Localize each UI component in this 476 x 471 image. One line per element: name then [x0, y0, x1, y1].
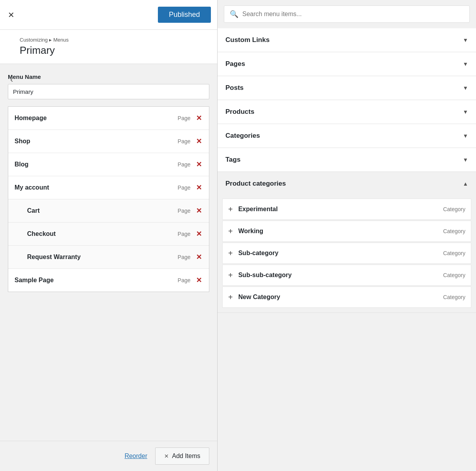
bottom-actions: Reorder ✕ Add Items — [0, 441, 217, 471]
category-item[interactable]: + New Category Category — [222, 287, 471, 308]
menu-item-name: Request Warranty — [27, 254, 178, 261]
accordion-label: Posts — [225, 84, 243, 92]
accordion-products: Products ▼ — [218, 100, 476, 124]
close-button[interactable]: ✕ — [6, 9, 16, 21]
menu-item[interactable]: Cart Page ✕ — [8, 199, 209, 223]
chevron-down-icon: ▼ — [463, 85, 468, 91]
category-item-name: New Category — [238, 294, 443, 301]
accordion-pages: Pages ▼ — [218, 52, 476, 76]
search-icon: 🔍 — [230, 10, 238, 18]
plus-icon: + — [228, 293, 233, 301]
menu-item[interactable]: Checkout Page ✕ — [8, 223, 209, 246]
category-item[interactable]: + Sub-sub-category Category — [222, 265, 471, 286]
menu-item-type: Page — [178, 138, 190, 144]
menu-item-type: Page — [178, 208, 190, 214]
x-icon: ✕ — [164, 453, 169, 459]
plus-icon: + — [228, 249, 233, 257]
chevron-down-icon: ▼ — [463, 157, 468, 163]
category-item-type: Category — [443, 250, 465, 256]
category-item-type: Category — [443, 228, 465, 234]
menu-item[interactable]: My account Page ✕ — [8, 176, 209, 199]
menu-item[interactable]: Sample Page Page ✕ — [8, 269, 209, 292]
accordion-header-tags[interactable]: Tags ▼ — [218, 148, 476, 172]
remove-menu-item-button[interactable]: ✕ — [195, 137, 203, 146]
accordion-label: Tags — [225, 156, 240, 164]
category-item-name: Working — [238, 228, 443, 235]
chevron-down-icon: ▼ — [463, 133, 468, 139]
accordion-categories: Categories ▼ — [218, 124, 476, 148]
accordion-tags: Tags ▼ — [218, 148, 476, 172]
plus-icon: + — [228, 205, 233, 213]
accordion-label: Products — [225, 108, 254, 116]
accordion-label: Product categories — [225, 180, 286, 188]
breadcrumb-section: Customizing ▸ Menus Primary ‹ — [0, 30, 217, 64]
remove-menu-item-button[interactable]: ✕ — [195, 206, 203, 215]
search-input[interactable] — [242, 11, 464, 18]
menu-item-name: Sample Page — [15, 277, 178, 284]
plus-icon: + — [228, 227, 233, 235]
menu-item-name: Checkout — [27, 230, 178, 237]
top-bar: ✕ Published — [0, 0, 217, 30]
add-items-button[interactable]: ✕ Add Items — [155, 447, 209, 465]
menu-item-name: Blog — [15, 161, 178, 168]
accordion-label: Custom Links — [225, 36, 269, 44]
remove-menu-item-button[interactable]: ✕ — [195, 183, 203, 192]
remove-menu-item-button[interactable]: ✕ — [195, 160, 203, 169]
menu-name-label: Menu Name — [8, 73, 209, 80]
back-button[interactable]: ‹ — [7, 73, 16, 86]
remove-menu-item-button[interactable]: ✕ — [195, 253, 203, 261]
menu-item-name: Shop — [15, 138, 178, 145]
menu-item-type: Page — [178, 161, 190, 168]
accordion-label: Categories — [225, 132, 260, 140]
remove-menu-item-button[interactable]: ✕ — [195, 230, 203, 238]
plus-icon: + — [228, 271, 233, 279]
accordion-header-product-categories[interactable]: Product categories ▲ — [218, 172, 476, 195]
menu-item-type: Page — [178, 277, 190, 283]
category-item-name: Sub-category — [238, 250, 443, 257]
reorder-button[interactable]: Reorder — [124, 453, 147, 460]
menu-item[interactable]: Shop Page ✕ — [8, 130, 209, 153]
accordion-posts: Posts ▼ — [218, 76, 476, 100]
search-input-wrapper: 🔍 — [224, 5, 470, 23]
left-panel: ✕ Published Customizing ▸ Menus Primary … — [0, 0, 217, 471]
category-item-type: Category — [443, 294, 465, 300]
published-button[interactable]: Published — [158, 7, 211, 23]
menu-name-input[interactable] — [8, 84, 209, 99]
right-panel: 🔍 Custom Links ▼ Pages ▼ Posts ▼ Product… — [217, 0, 476, 471]
breadcrumb-area: Customizing ▸ Menus Primary — [0, 30, 217, 64]
category-items-list: + Experimental Category + Working Catego… — [218, 195, 476, 312]
accordion-list: Custom Links ▼ Pages ▼ Posts ▼ Products … — [218, 28, 476, 471]
chevron-down-icon: ▼ — [463, 109, 468, 115]
menu-item-name: My account — [15, 184, 178, 191]
menu-item-type: Page — [178, 184, 190, 191]
accordion-header-pages[interactable]: Pages ▼ — [218, 52, 476, 76]
menu-item-type: Page — [178, 231, 190, 237]
chevron-down-icon: ▼ — [463, 37, 468, 43]
menu-item-name: Homepage — [15, 115, 178, 122]
accordion-custom-links: Custom Links ▼ — [218, 28, 476, 52]
category-item-type: Category — [443, 206, 465, 212]
category-item[interactable]: + Experimental Category — [222, 199, 471, 220]
category-item-name: Experimental — [238, 206, 443, 213]
remove-menu-item-button[interactable]: ✕ — [195, 276, 203, 285]
chevron-up-icon: ▲ — [463, 181, 468, 187]
category-item[interactable]: + Working Category — [222, 221, 471, 242]
accordion-header-custom-links[interactable]: Custom Links ▼ — [218, 28, 476, 52]
accordion-label: Pages — [225, 60, 245, 68]
menu-item-type: Page — [178, 254, 190, 260]
category-item-type: Category — [443, 272, 465, 278]
category-item[interactable]: + Sub-category Category — [222, 243, 471, 264]
menu-item-name: Cart — [27, 207, 178, 214]
accordion-header-categories[interactable]: Categories ▼ — [218, 124, 476, 148]
menu-item[interactable]: Blog Page ✕ — [8, 153, 209, 176]
remove-menu-item-button[interactable]: ✕ — [195, 114, 203, 122]
breadcrumb-title: Primary — [20, 44, 209, 57]
accordion-header-products[interactable]: Products ▼ — [218, 100, 476, 124]
menu-items-list: Homepage Page ✕ Shop Page ✕ Blog Page ✕ … — [8, 106, 209, 292]
menu-item[interactable]: Request Warranty Page ✕ — [8, 246, 209, 269]
menu-item[interactable]: Homepage Page ✕ — [8, 107, 209, 130]
breadcrumb-path: Customizing ▸ Menus — [20, 37, 209, 43]
menu-item-type: Page — [178, 115, 190, 121]
category-item-name: Sub-sub-category — [238, 272, 443, 279]
accordion-header-posts[interactable]: Posts ▼ — [218, 76, 476, 100]
